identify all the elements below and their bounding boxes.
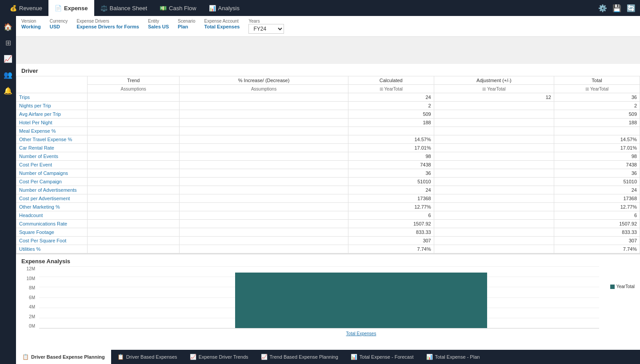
col-calculated-header: Calculated [348,76,434,85]
entity-label: Entity [148,19,169,24]
tab-icon-1: 📋 [22,354,29,360]
row-total-17: 307 [554,237,640,245]
tab-icon-2: 📋 [117,354,124,360]
chart-x-label-total-expenses[interactable]: Total Expenses [235,331,487,336]
col-total-header: Total [554,76,640,85]
tab-expense-driver-trends[interactable]: 📈 Expense Driver Trends [184,350,255,364]
row-trend-10 [88,178,180,186]
tab-driver-based-expense-planning[interactable]: 📋 Driver Based Expense Planning [16,350,111,364]
row-calculated-4 [348,127,434,135]
row-trend-3 [88,119,180,127]
cash-flow-icon: 💵 [160,5,167,12]
version-label: Version [21,19,41,24]
row-label-9[interactable]: Number of Campaigns [16,169,88,178]
row-total-9: 36 [554,169,640,178]
col-calculated-sub: ⊞ YearTotal [348,85,434,93]
row-total-0: 36 [554,93,640,102]
y-label-12m: 12M [27,266,35,271]
row-label-7[interactable]: Number of Events [16,152,88,161]
expense-account-label: Expense Account [204,19,240,24]
row-calculated-8: 7438 [348,161,434,169]
row-label-16[interactable]: Square Footage [16,228,88,237]
row-calculated-10: 51010 [348,178,434,186]
sidebar-bell-icon[interactable]: 🔔 [1,83,15,98]
row-adjustment-15 [434,220,554,228]
nav-balance-sheet[interactable]: ⚖️ Balance Sheet [94,0,154,16]
y-label-10m: 10M [27,276,35,281]
table-row: Utilities % 7.74% 7.74% [16,245,640,253]
row-label-10[interactable]: Cost Per Campaign [16,178,88,186]
row-pct-12 [180,194,348,203]
col-empty [16,76,88,93]
sidebar-chart-icon[interactable]: 📈 [1,51,15,66]
tab-total-expense-forecast[interactable]: 📊 Total Expense - Forecast [344,350,420,364]
row-total-2: 509 [554,110,640,119]
row-label-6[interactable]: Car Rental Rate [16,144,88,152]
row-label-3[interactable]: Hotel Per Night [16,119,88,127]
row-calculated-15: 1507.92 [348,220,434,228]
row-adjustment-1 [434,102,554,110]
row-label-8[interactable]: Cost Per Event [16,161,88,169]
row-adjustment-10 [434,178,554,186]
years-select[interactable]: FY24 FY23 FY25 [248,24,284,34]
row-pct-3 [180,119,348,127]
row-label-15[interactable]: Communications Rate [16,220,88,228]
col-adjustment-header: Adjustment (+/-) [434,76,554,85]
nav-expense[interactable]: 📄 Expense [48,0,94,16]
row-label-2[interactable]: Avg Airfare per Trip [16,110,88,119]
legend-color-box [610,285,615,289]
sidebar-grid-icon[interactable]: ⊞ [1,36,15,50]
sidebar-home-icon[interactable]: 🏠 [1,20,15,34]
row-label-11[interactable]: Number of Advertisements [16,186,88,194]
tab-driver-based-expenses[interactable]: 📋 Driver Based Expenses [111,350,184,364]
row-pct-5 [180,135,348,144]
row-total-14: 6 [554,211,640,220]
refresh-icon[interactable]: 🔄 [626,3,636,13]
currency-group: Currency USD [50,19,68,29]
row-adjustment-9 [434,169,554,178]
row-adjustment-12 [434,194,554,203]
scenario-value[interactable]: Plan [178,24,195,29]
nav-analysis[interactable]: 📊 Analysis [203,0,246,16]
entity-value[interactable]: Sales US [148,24,169,29]
nav-revenue[interactable]: 💰 Revenue [4,0,48,16]
currency-value[interactable]: USD [50,24,68,29]
row-pct-16 [180,228,348,237]
analysis-title: Expense Analysis [21,258,635,265]
expense-drivers-value[interactable]: Expense Drivers for Forms [76,24,139,29]
row-adjustment-5 [434,135,554,144]
row-trend-4 [88,127,180,135]
row-label-4[interactable]: Meal Expense % [16,127,88,135]
version-value[interactable]: Working [21,24,41,29]
row-total-8: 7438 [554,161,640,169]
row-total-15: 1507.92 [554,220,640,228]
row-label-12[interactable]: Cost per Advertisement [16,194,88,203]
row-label-0[interactable]: Trips [16,93,88,102]
row-label-14[interactable]: Headcount [16,211,88,220]
row-adjustment-0: 12 [434,93,554,102]
sidebar-people-icon[interactable]: 👥 [1,67,15,82]
row-total-10: 51010 [554,178,640,186]
analysis-icon: 📊 [209,5,216,12]
driver-title: Driver [16,64,640,76]
tab-total-expense-plan[interactable]: 📊 Total Expense - Plan [420,350,486,364]
row-trend-7 [88,152,180,161]
grid-line-12m [39,266,599,267]
tab-trend-based-expense-planning[interactable]: 📈 Trend Based Expense Planning [255,350,344,364]
row-label-13[interactable]: Other Marketing % [16,203,88,211]
nav-cash-flow[interactable]: 💵 Cash Flow [153,0,202,16]
driver-table: Trend % Increase/ (Decrease) Calculated … [16,76,640,253]
col-trend-sub: Assumptions [88,85,180,93]
bottom-tabs: 📋 Driver Based Expense Planning 📋 Driver… [16,350,640,364]
row-label-5[interactable]: Other Travel Expense % [16,135,88,144]
save-icon[interactable]: 💾 [612,3,622,13]
table-row: Other Travel Expense % 14.57% 14.57% [16,135,640,144]
row-label-17[interactable]: Cost Per Square Foot [16,237,88,245]
settings-icon[interactable]: ⚙️ [597,3,608,13]
row-label-18[interactable]: Utilities % [16,245,88,253]
col-total-sub: ⊞ YearTotal [554,85,640,93]
expense-account-value[interactable]: Total Expenses [204,24,240,29]
row-label-1[interactable]: Nights per Trip [16,102,88,110]
row-trend-16 [88,228,180,237]
row-calculated-7: 98 [348,152,434,161]
